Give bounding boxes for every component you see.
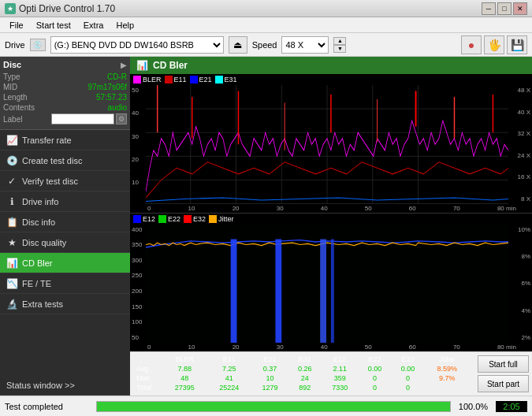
y1-label-20: 20 bbox=[132, 156, 144, 163]
window-title: Opti Drive Control 1.70 bbox=[19, 3, 115, 14]
drive-select[interactable]: (G:) BENQ DVD DD DW1640 BSRB bbox=[50, 36, 224, 54]
disc-length-label: Length bbox=[3, 93, 28, 102]
x2-10: 10 bbox=[188, 344, 195, 351]
sidebar-item-create-test-disc[interactable]: 💿 Create test disc bbox=[0, 150, 130, 171]
table-row-total: Total 27395 25224 1279 892 7330 0 0 bbox=[135, 383, 470, 392]
toolbar-icon-1[interactable]: ● bbox=[461, 35, 482, 54]
menu-file[interactable]: File bbox=[3, 19, 30, 32]
disc-collapse-arrow[interactable]: ▶ bbox=[121, 61, 127, 69]
y1-right-3: 32 X bbox=[510, 130, 530, 137]
sidebar-item-disc-info[interactable]: 📋 Disc info bbox=[0, 212, 130, 232]
legend-e32: E32 bbox=[193, 215, 206, 223]
sidebar-item-disc-quality[interactable]: ★ Disc quality bbox=[0, 232, 130, 253]
sidebar-item-transfer-rate[interactable]: 📈 Transfer rate bbox=[0, 130, 130, 150]
max-e22: 0 bbox=[359, 373, 392, 383]
content-header: 📊 CD Bler bbox=[130, 57, 532, 74]
x1-10: 10 bbox=[188, 205, 195, 212]
x1-80: 80 min bbox=[497, 205, 516, 212]
sidebar-item-verify-test-disc[interactable]: ✓ Verify test disc bbox=[0, 171, 130, 191]
content-header-icon: 📊 bbox=[136, 60, 148, 71]
sidebar-item-extra-tests[interactable]: 🔬 Extra tests bbox=[0, 294, 130, 314]
max-e21: 10 bbox=[251, 373, 288, 383]
speed-arrows[interactable]: ▲ ▼ bbox=[333, 37, 346, 53]
avg-e22: 0.00 bbox=[359, 364, 392, 373]
minimize-button[interactable]: ─ bbox=[482, 2, 496, 15]
x2-70: 70 bbox=[453, 344, 460, 351]
fe-te-icon: 📉 bbox=[6, 278, 17, 289]
y1-label-10: 10 bbox=[132, 179, 144, 186]
col-header-bler: BLER bbox=[162, 355, 207, 364]
x1-70: 70 bbox=[453, 205, 460, 212]
max-e31: 24 bbox=[288, 373, 322, 383]
total-jitter bbox=[424, 383, 470, 392]
stats-wrapper: BLER E11 E21 E31 E12 E22 E32 Jitter Avg bbox=[130, 352, 474, 396]
menu-start-test[interactable]: Start test bbox=[30, 19, 77, 32]
col-header-e22: E22 bbox=[359, 355, 392, 364]
svg-rect-36 bbox=[275, 239, 281, 343]
stats-buttons-area: BLER E11 E21 E31 E12 E22 E32 Jitter Avg bbox=[130, 351, 532, 396]
speed-down-arrow[interactable]: ▼ bbox=[333, 45, 346, 53]
sidebar-item-label-create: Create test disc bbox=[22, 156, 82, 165]
close-button[interactable]: ✕ bbox=[513, 2, 527, 15]
max-e11: 41 bbox=[207, 373, 252, 383]
toolbar-icon-2[interactable]: 🖐 bbox=[484, 35, 504, 54]
drive-info-icon: ℹ bbox=[6, 196, 17, 207]
y1-right-5: 16 X bbox=[510, 173, 530, 180]
transfer-rate-icon: 📈 bbox=[6, 135, 17, 146]
legend-e21: E21 bbox=[199, 76, 212, 84]
y2-200: 200 bbox=[132, 288, 144, 295]
sidebar-item-label-disc-quality: Disc quality bbox=[22, 238, 66, 247]
chart1: BLER E11 E21 E31 50 40 30 20 10 bbox=[130, 74, 532, 214]
y2-right-2: 8% bbox=[510, 253, 530, 260]
speed-up-arrow[interactable]: ▲ bbox=[333, 37, 346, 45]
maximize-button[interactable]: □ bbox=[497, 2, 512, 15]
avg-e32: 0.00 bbox=[392, 364, 425, 373]
disc-label-icon[interactable]: ⚙ bbox=[116, 113, 127, 124]
sidebar-item-fe-te[interactable]: 📉 FE / TE bbox=[0, 273, 130, 294]
sidebar-item-label-transfer-rate: Transfer rate bbox=[22, 136, 72, 145]
sidebar-item-cd-bler[interactable]: 📊 CD Bler bbox=[0, 253, 130, 273]
speed-label: Speed bbox=[252, 40, 277, 50]
chart2-legend: E12 E22 E32 Jitter bbox=[130, 214, 532, 225]
app-icon: ★ bbox=[5, 3, 16, 14]
y2-right-1: 10% bbox=[510, 226, 530, 233]
avg-jitter: 8.59% bbox=[424, 364, 470, 373]
disc-type-value: CD-R bbox=[107, 72, 127, 81]
legend-e31: E31 bbox=[225, 76, 237, 84]
sidebar-item-drive-info[interactable]: ℹ Drive info bbox=[0, 191, 130, 212]
x1-30: 30 bbox=[277, 205, 284, 212]
y2-150: 150 bbox=[132, 303, 144, 310]
y1-right-1: 48 X bbox=[510, 87, 530, 94]
y1-right-6: 8 X bbox=[510, 195, 530, 202]
menu-help[interactable]: Help bbox=[110, 19, 140, 32]
time-display: 2:05 bbox=[496, 401, 527, 412]
total-e21: 1279 bbox=[251, 383, 288, 392]
speed-select[interactable]: 48 X bbox=[281, 36, 329, 54]
chart1-canvas: 50 40 30 20 10 bbox=[130, 85, 532, 204]
legend-bler: BLER bbox=[143, 76, 162, 84]
drive-label: Drive bbox=[5, 40, 25, 50]
x2-30: 30 bbox=[277, 344, 284, 351]
eject-button[interactable]: ⏏ bbox=[229, 36, 247, 54]
y2-300: 300 bbox=[132, 257, 144, 264]
disc-label-input[interactable] bbox=[51, 113, 114, 124]
legend-e22: E22 bbox=[168, 215, 180, 223]
col-header-e21: E21 bbox=[251, 355, 288, 364]
x1-20: 20 bbox=[233, 205, 240, 212]
y2-right-4: 4% bbox=[510, 307, 530, 314]
disc-contents-label: Contents bbox=[3, 103, 35, 112]
avg-bler: 7.88 bbox=[162, 364, 207, 373]
start-full-button[interactable]: Start full bbox=[478, 355, 529, 373]
disc-quality-icon: ★ bbox=[6, 237, 17, 248]
sidebar-item-status-window[interactable]: Status window >> bbox=[0, 375, 130, 396]
sidebar-item-label-extra-tests: Extra tests bbox=[22, 299, 63, 309]
svg-rect-35 bbox=[231, 239, 237, 343]
legend-jitter: Jitter bbox=[218, 215, 234, 223]
sidebar-item-label-drive-info: Drive info bbox=[22, 197, 58, 206]
toolbar-icon-save[interactable]: 💾 bbox=[507, 35, 527, 54]
menu-extra[interactable]: Extra bbox=[77, 19, 110, 32]
y2-100: 100 bbox=[132, 318, 144, 325]
row-total-label: Total bbox=[135, 383, 162, 392]
start-part-button[interactable]: Start part bbox=[478, 375, 529, 392]
disc-type-label: Type bbox=[3, 72, 20, 81]
